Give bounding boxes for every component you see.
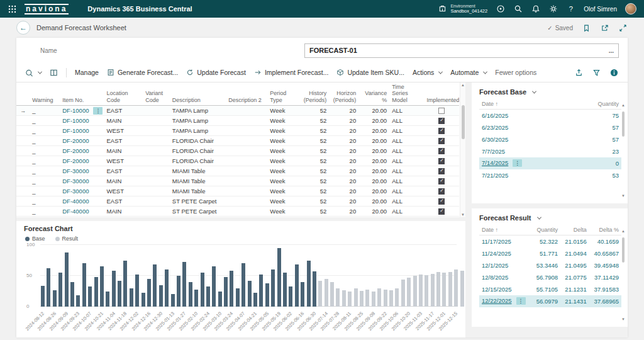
scrollbar-thumb[interactable] (622, 111, 625, 137)
column-header[interactable]: Delta (560, 225, 589, 235)
row-selector[interactable] (16, 166, 30, 176)
grid-cell[interactable] (226, 116, 267, 126)
grid-cell[interactable]: WEST (104, 126, 143, 136)
grid-cell[interactable]: 20 (329, 176, 358, 186)
grid-cell[interactable]: _ (30, 176, 60, 186)
grid-cell[interactable]: 52 (299, 106, 329, 116)
grid-cell[interactable] (425, 207, 459, 217)
item-no-link[interactable]: DF-10000 (62, 107, 89, 114)
legend-item[interactable]: Result (55, 235, 79, 242)
grid-cell[interactable]: ALL (389, 116, 424, 126)
grid-cell[interactable]: _ (30, 156, 60, 166)
implemented-checkbox[interactable] (438, 148, 445, 154)
item-no-link[interactable]: DF-20000 (62, 137, 89, 144)
row-selector[interactable] (16, 176, 30, 186)
date-link[interactable]: 7/21/2025 (482, 172, 508, 179)
help-icon[interactable]: ? (566, 4, 575, 14)
grid-cell[interactable]: ALL (389, 186, 424, 196)
grid-cell[interactable] (143, 186, 170, 196)
grid-cell[interactable] (143, 136, 170, 146)
grid-cell[interactable]: 52 (299, 156, 329, 166)
grid-cell[interactable]: FLORIDA Chair (170, 136, 226, 146)
grid-cell[interactable] (143, 156, 170, 166)
grid-cell[interactable]: _ (30, 196, 60, 207)
grid-cell[interactable]: Week (267, 207, 299, 217)
date-link[interactable]: 12/22/2025 (482, 297, 512, 304)
grid-cell[interactable] (425, 156, 459, 166)
grid-cell[interactable]: ALL (389, 146, 424, 156)
grid-cell[interactable]: MAIN (104, 176, 143, 186)
implement-forecast-button[interactable]: Implement Forecast... (254, 69, 329, 76)
list-item[interactable]: 11/17/202552.32221.015640.1659 (479, 235, 621, 247)
date-link[interactable]: 12/8/2025 (482, 274, 508, 281)
implemented-checkbox[interactable] (438, 178, 445, 184)
grid-cell[interactable]: _ (30, 126, 60, 136)
grid-cell[interactable] (143, 126, 170, 136)
grid-cell[interactable]: 20.00 (358, 156, 389, 166)
column-header[interactable]: Date ↑ (479, 225, 532, 235)
item-no-link[interactable]: DF-40000 (62, 208, 89, 215)
grid-cell[interactable]: 52 (299, 116, 329, 126)
column-header[interactable]: Quantity (532, 225, 561, 235)
grid-cell[interactable]: DF-20000 (60, 146, 104, 156)
grid-cell[interactable]: MIAMI Table (170, 186, 226, 196)
date-link[interactable]: 12/15/2025 (482, 286, 512, 293)
grid-cell[interactable]: 20.00 (358, 136, 389, 146)
grid-cell[interactable]: Week (267, 116, 299, 126)
date-link[interactable]: 6/23/2025 (482, 124, 508, 131)
row-selector[interactable] (16, 207, 30, 217)
grid-cell[interactable] (226, 106, 267, 116)
grid-cell[interactable]: 52 (299, 166, 329, 176)
date-link[interactable]: 6/30/2025 (482, 136, 508, 143)
implemented-checkbox[interactable] (438, 188, 445, 195)
item-no-link[interactable]: DF-20000 (62, 147, 89, 154)
table-row[interactable]: _DF-30000EASTMIAMI TableWeek522020.00ALL (16, 166, 459, 176)
automate-menu-button[interactable]: Automate (450, 69, 487, 76)
grid-cell[interactable]: DF-10000⋮ (60, 106, 104, 116)
info-icon[interactable] (609, 68, 619, 77)
actions-menu-button[interactable]: Actions (413, 69, 442, 76)
date-link[interactable]: 12/1/2025 (482, 262, 508, 269)
name-input[interactable]: FORECAST-01 ... (304, 43, 619, 58)
grid-cell[interactable]: _ (30, 207, 60, 217)
date-link[interactable]: 7/7/2025 (482, 148, 505, 155)
grid-cell[interactable]: DF-10000 (60, 126, 104, 136)
row-selector[interactable] (16, 116, 30, 126)
grid-cell[interactable]: Week (267, 146, 299, 156)
table-row[interactable]: _DF-10000MAINTAMPA LampWeek522020.00ALL (16, 116, 459, 126)
grid-cell[interactable] (425, 126, 459, 136)
grid-cell[interactable]: 52 (299, 176, 329, 186)
implemented-checkbox[interactable] (438, 138, 445, 144)
user-name[interactable]: Olof Simren (584, 6, 617, 13)
grid-cell[interactable] (226, 126, 267, 136)
table-row[interactable]: →_DF-10000⋮EASTTAMPA LampWeek522020.00AL… (16, 106, 459, 116)
grid-cell[interactable]: MIAMI Table (170, 176, 226, 186)
column-header[interactable]: History (Periods) (299, 82, 329, 106)
column-header[interactable]: Delta % (589, 225, 621, 235)
collapse-expand-icon[interactable] (618, 23, 628, 33)
grid-cell[interactable]: 20 (329, 136, 358, 146)
item-no-link[interactable]: DF-30000 (62, 188, 89, 195)
table-row[interactable]: _DF-20000EASTFLORIDA ChairWeek522020.00A… (16, 136, 459, 146)
grid-cell[interactable] (425, 106, 459, 116)
row-selector[interactable] (16, 146, 30, 156)
factbox-base-header[interactable]: Forecast Base (472, 82, 628, 99)
row-menu-button[interactable]: ⋮ (513, 159, 522, 167)
grid-cell[interactable]: 20.00 (358, 196, 389, 207)
grid-cell[interactable] (226, 207, 267, 217)
table-row[interactable]: _DF-30000WESTMIAMI TableWeek522020.00ALL (16, 186, 459, 196)
grid-cell[interactable]: 20.00 (358, 176, 389, 186)
grid-cell[interactable]: ST PETE Carpet (170, 207, 226, 217)
table-row[interactable]: _DF-30000MAINMIAMI TableWeek522020.00ALL (16, 176, 459, 186)
grid-cell[interactable] (226, 146, 267, 156)
column-header[interactable]: Time Series Model (389, 82, 424, 106)
grid-cell[interactable]: 20.00 (358, 186, 389, 196)
list-item[interactable]: 12/15/202555.710521.123137.91583 (479, 283, 621, 295)
grid-cell[interactable]: _ (30, 186, 60, 196)
grid-cell[interactable] (226, 196, 267, 207)
grid-cell[interactable] (143, 196, 170, 207)
factbox-base-scrollbar[interactable]: ▲▼ (621, 103, 626, 198)
grid-cell[interactable]: Week (267, 106, 299, 116)
implemented-checkbox[interactable] (438, 198, 445, 205)
grid-cell[interactable]: _ (30, 166, 60, 176)
